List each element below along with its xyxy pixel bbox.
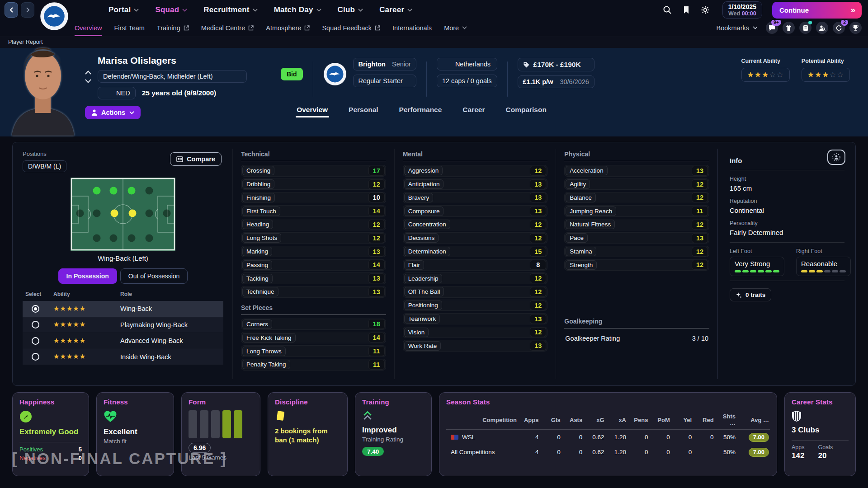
- nav-item[interactable]: Match Day: [274, 5, 321, 14]
- role-row[interactable]: ☆☆☆☆☆★★★★★ Inside Wing-Back: [23, 349, 223, 365]
- role-radio[interactable]: [32, 305, 39, 313]
- trophy-button[interactable]: [849, 22, 862, 34]
- subnav-item[interactable]: More: [444, 20, 467, 36]
- attribute-row: Flair 8: [403, 259, 548, 271]
- player-tab[interactable]: Performance: [399, 106, 442, 119]
- bid-button[interactable]: Bid: [281, 68, 303, 80]
- compare-button[interactable]: Compare: [170, 152, 222, 166]
- training-status: Improved: [362, 426, 425, 435]
- chevron-down-icon[interactable]: [85, 79, 91, 83]
- season-stats-col: Yel: [671, 414, 693, 426]
- player-tab[interactable]: Personal: [349, 106, 378, 119]
- nav-item[interactable]: Career: [379, 5, 412, 14]
- possession-toggle[interactable]: In Possession: [58, 268, 117, 284]
- nation-chip[interactable]: Netherlands: [437, 58, 497, 70]
- position-dot[interactable]: [127, 187, 135, 195]
- player-info-button[interactable]: [827, 150, 845, 165]
- sync-button[interactable]: 2: [833, 22, 845, 34]
- chevron-down-icon: [359, 9, 363, 11]
- season-stats-col: Red: [693, 414, 714, 426]
- position-dot[interactable]: [146, 187, 153, 195]
- position-dot[interactable]: [110, 235, 118, 242]
- continue-button[interactable]: Continue »: [772, 2, 862, 19]
- actions-button[interactable]: Actions: [85, 106, 141, 119]
- shield-icon: [792, 410, 802, 422]
- player-tabs: Overview Personal Performance Career Com…: [297, 106, 547, 119]
- sub-nav: Overview First Team Training Medical Cen…: [0, 20, 868, 36]
- happiness-arrow-icon: [19, 410, 32, 423]
- negatives-label: Negatives: [19, 455, 46, 461]
- club-chip[interactable]: BrightonSenior: [353, 58, 416, 70]
- position-dot[interactable]: [76, 210, 84, 217]
- subnav-item[interactable]: First Team: [114, 20, 144, 36]
- subnav-item[interactable]: Training: [157, 20, 189, 36]
- squad-shirt-button[interactable]: [783, 22, 795, 34]
- position-dot[interactable]: [146, 210, 153, 217]
- player-tab[interactable]: Overview: [297, 106, 328, 119]
- career-stats-title: Career Stats: [792, 398, 849, 406]
- position-dot[interactable]: [111, 210, 118, 217]
- form-title: Form: [189, 398, 253, 406]
- position-dot[interactable]: [127, 235, 135, 242]
- role-row[interactable]: ☆☆☆☆☆★★★★★ Wing-Back: [23, 301, 223, 317]
- traits-button[interactable]: 0 traits: [730, 288, 771, 301]
- nav-item[interactable]: Recruitment: [203, 5, 257, 14]
- attribute-row: Long Shots 12: [241, 232, 386, 244]
- position-dot[interactable]: [110, 187, 118, 195]
- search-icon[interactable]: [663, 5, 672, 14]
- forward-button[interactable]: [21, 2, 34, 18]
- bookmarks-dropdown[interactable]: Bookmarks: [716, 24, 758, 32]
- position-dot[interactable]: [93, 210, 101, 217]
- nav-item-label: Match Day: [274, 5, 313, 14]
- bookmark-icon[interactable]: [682, 5, 691, 14]
- position-dot[interactable]: [146, 235, 153, 242]
- position-dot[interactable]: [128, 210, 136, 217]
- potential-ability: Potential Ability ☆☆☆☆☆★★★★★: [802, 58, 850, 82]
- back-button[interactable]: [5, 2, 18, 18]
- scouting-button[interactable]: [816, 22, 828, 34]
- bookmarks-label: Bookmarks: [716, 24, 749, 32]
- subnav-item[interactable]: Atmosphere: [266, 20, 310, 36]
- positives-label: Positives: [19, 446, 43, 453]
- nav-item[interactable]: Portal: [108, 5, 139, 14]
- possession-toggle[interactable]: Out of Possession: [120, 268, 188, 284]
- report-card-button[interactable]: [799, 22, 811, 34]
- chevron-down-icon: [408, 9, 412, 11]
- competition-name[interactable]: WSL: [462, 434, 475, 441]
- right-foot-value: Reasonable: [801, 260, 846, 267]
- nav-item[interactable]: Club: [338, 5, 363, 14]
- nationality-chip: NED: [98, 87, 136, 99]
- gear-icon[interactable]: [701, 5, 710, 14]
- attribute-name: Heading: [242, 220, 273, 229]
- attribute-row: Heading 12: [241, 219, 386, 230]
- subnav-item[interactable]: Internationals: [392, 20, 432, 36]
- nav-item-label: Recruitment: [203, 5, 249, 14]
- role-row[interactable]: ☆☆☆☆☆★★★★★ Playmaking Wing-Back: [23, 317, 223, 333]
- position-dot[interactable]: [163, 210, 171, 217]
- selected-position-caption: Wing-Back (Left): [23, 254, 223, 262]
- role-radio[interactable]: [32, 321, 39, 328]
- right-foot: Right Foot Reasonable: [796, 248, 851, 276]
- game-date[interactable]: 1/10/2025 Wed 00:00: [722, 1, 762, 19]
- chevron-up-icon[interactable]: [85, 70, 91, 75]
- player-tab[interactable]: Career: [462, 106, 485, 119]
- role-radio[interactable]: [32, 353, 39, 361]
- position-dot[interactable]: [93, 187, 101, 195]
- subnav-item[interactable]: Overview: [75, 20, 102, 36]
- role-radio[interactable]: [32, 337, 39, 345]
- messages-button[interactable]: 9+: [766, 22, 778, 34]
- attribute-row: Agility 12: [564, 178, 709, 190]
- role-row[interactable]: ☆☆☆☆☆★★★★★ Advanced Wing-Back: [23, 333, 223, 349]
- subnav-item[interactable]: Medical Centre: [201, 20, 254, 36]
- subnav-item[interactable]: Squad Feedback: [322, 20, 380, 36]
- season-stats-row: WSL 4 0 0 0.62 1.20 0 0 0 0 50% 7.00: [446, 430, 770, 445]
- nav-item[interactable]: Squad: [155, 5, 187, 14]
- training-title: Training: [362, 398, 425, 406]
- club-crest-small[interactable]: [323, 62, 347, 86]
- position-dot[interactable]: [93, 235, 101, 242]
- attribute-value: 13: [368, 247, 385, 257]
- player-tab[interactable]: Comparison: [505, 106, 546, 119]
- chevron-right-icon: [27, 8, 29, 12]
- summary-cards: Happiness Extremely Good Positives5 Nega…: [12, 392, 856, 476]
- club-crest[interactable]: [40, 2, 69, 31]
